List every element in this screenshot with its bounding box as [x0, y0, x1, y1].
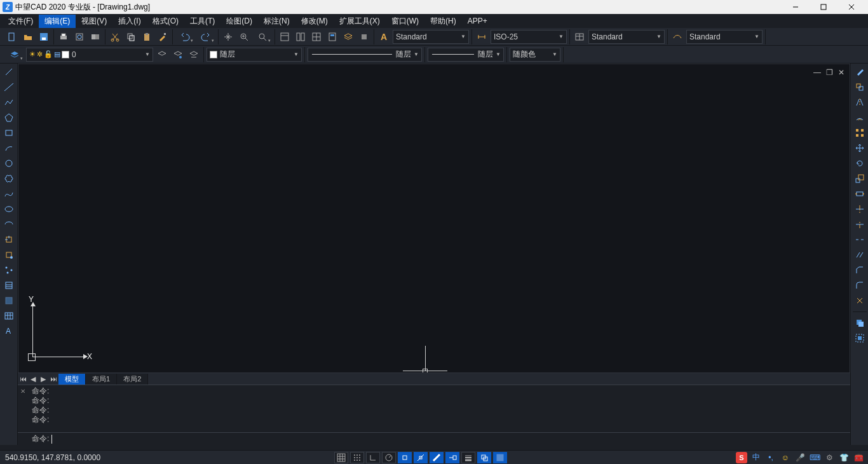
minimize-button[interactable]: [782, 0, 810, 14]
menu-插入[interactable]: 插入(I): [112, 15, 146, 28]
ime-mic-icon[interactable]: 🎤: [794, 452, 806, 463]
snap-toggle[interactable]: [334, 452, 348, 463]
menu-app+[interactable]: APP+: [462, 15, 493, 27]
ime-settings-icon[interactable]: ⚙: [824, 452, 835, 463]
array-tool[interactable]: [852, 126, 867, 140]
copy-button[interactable]: [124, 30, 138, 44]
ime-toolbox-icon[interactable]: 🧰: [853, 452, 864, 463]
model-toggle[interactable]: [493, 452, 507, 463]
break-tool[interactable]: [852, 233, 867, 247]
publish-button[interactable]: [88, 30, 102, 44]
layout-tab[interactable]: 布局2: [117, 374, 148, 385]
paste-button[interactable]: [140, 30, 154, 44]
hatch-tool[interactable]: [1, 278, 17, 292]
point-tool[interactable]: [1, 263, 17, 277]
linetype-dropdown[interactable]: 随层▼: [308, 48, 422, 62]
ime-skin-icon[interactable]: 👕: [838, 452, 850, 463]
mline-style-icon[interactable]: [670, 30, 684, 44]
tab-first-button[interactable]: ⏮: [18, 375, 28, 383]
cut-button[interactable]: [108, 30, 122, 44]
revcloud-tool[interactable]: [1, 172, 17, 186]
layer-state-button[interactable]: [171, 48, 185, 62]
menu-视图[interactable]: 视图(V): [76, 15, 112, 28]
text-style-icon[interactable]: A: [377, 30, 391, 44]
lineweight-display-toggle[interactable]: [461, 452, 475, 463]
xline-tool[interactable]: [1, 80, 17, 94]
line-tool[interactable]: [1, 65, 17, 79]
move-tool[interactable]: [852, 141, 867, 155]
table-style-dropdown[interactable]: Standard▼: [588, 30, 665, 44]
dim-style-dropdown[interactable]: ISO-25▼: [491, 30, 567, 44]
insert-block-tool[interactable]: [1, 233, 17, 247]
fillet-tool[interactable]: [852, 278, 867, 292]
save-file-button[interactable]: [37, 30, 51, 44]
table-tool[interactable]: [1, 309, 17, 323]
lineweight-dropdown[interactable]: 随层▼: [428, 48, 504, 62]
ime-keyboard-icon[interactable]: ⌨: [809, 452, 820, 463]
zoom-realtime-button[interactable]: [237, 30, 251, 44]
redo-button[interactable]: [196, 30, 215, 44]
tab-last-button[interactable]: ⏭: [48, 375, 58, 383]
polyline-tool[interactable]: [1, 95, 17, 109]
properties-panel-button[interactable]: [278, 30, 292, 44]
mirror-tool[interactable]: [852, 95, 867, 109]
close-button[interactable]: [837, 0, 865, 14]
polar-toggle[interactable]: [382, 452, 396, 463]
coordinates-display[interactable]: 540.9150, 147.8781, 0.0000: [0, 453, 105, 462]
plotcolor-dropdown[interactable]: 随颜色▼: [510, 48, 560, 62]
new-file-button[interactable]: [5, 30, 19, 44]
print-button[interactable]: [57, 30, 71, 44]
trim-tool[interactable]: [852, 202, 867, 216]
extend-tool[interactable]: [852, 217, 867, 231]
ime-emoji-icon[interactable]: ☺: [780, 452, 791, 463]
erase-tool[interactable]: [852, 65, 867, 79]
rotate-tool[interactable]: [852, 156, 867, 170]
circle-tool[interactable]: [1, 156, 17, 170]
layer-manager-button[interactable]: [5, 48, 24, 62]
layer-dropdown[interactable]: ☀✲🔓▤ 0 ▼: [26, 48, 153, 62]
layer-dialog-button[interactable]: [341, 30, 355, 44]
menu-帮助[interactable]: 帮助(H): [424, 15, 462, 28]
ellipse-tool[interactable]: [1, 202, 17, 216]
block-button[interactable]: [357, 30, 371, 44]
calculator-button[interactable]: [325, 30, 339, 44]
menu-文件[interactable]: 文件(F): [3, 15, 39, 28]
menu-工具[interactable]: 工具(T): [184, 15, 220, 28]
arc-tool[interactable]: [1, 141, 17, 155]
text-style-dropdown[interactable]: Standard▼: [393, 30, 469, 44]
copy-tool[interactable]: [852, 80, 867, 94]
drawing-canvas[interactable]: — ❐ ✕ Y X: [18, 64, 850, 373]
offset-tool[interactable]: [852, 111, 867, 125]
draworder-tool[interactable]: [852, 316, 867, 330]
group-tool[interactable]: [852, 331, 867, 345]
table-style-icon[interactable]: [573, 30, 587, 44]
tab-prev-button[interactable]: ◀: [28, 375, 38, 383]
mline-style-dropdown[interactable]: Standard▼: [686, 30, 763, 44]
scale-tool[interactable]: [852, 172, 867, 186]
menu-格式[interactable]: 格式(O): [147, 15, 184, 28]
grid-toggle[interactable]: [350, 452, 364, 463]
ime-icon[interactable]: S: [736, 452, 747, 463]
layer-previous-button[interactable]: [155, 48, 169, 62]
match-properties-button[interactable]: [156, 30, 170, 44]
undo-button[interactable]: [175, 30, 194, 44]
menu-绘图[interactable]: 绘图(D): [220, 15, 258, 28]
design-center-button[interactable]: [294, 30, 308, 44]
zoom-window-button[interactable]: [253, 30, 272, 44]
make-block-tool[interactable]: [1, 248, 17, 262]
spline-tool[interactable]: [1, 187, 17, 201]
osnap-toggle[interactable]: [398, 452, 412, 463]
join-tool[interactable]: [852, 248, 867, 262]
ime-lang-icon[interactable]: 中: [750, 452, 762, 463]
pan-button[interactable]: [221, 30, 235, 44]
command-input-line[interactable]: 命令:: [18, 432, 850, 445]
region-tool[interactable]: [1, 294, 17, 308]
otrack-toggle[interactable]: [414, 452, 428, 463]
explode-tool[interactable]: [852, 294, 867, 308]
dim-style-icon[interactable]: [475, 30, 489, 44]
menu-标注[interactable]: 标注(N): [258, 15, 295, 28]
menu-扩展工具[interactable]: 扩展工具(X): [334, 15, 386, 28]
ortho-toggle[interactable]: [366, 452, 380, 463]
menu-窗口[interactable]: 窗口(W): [386, 15, 424, 28]
menu-编辑[interactable]: 编辑(E): [39, 15, 76, 28]
